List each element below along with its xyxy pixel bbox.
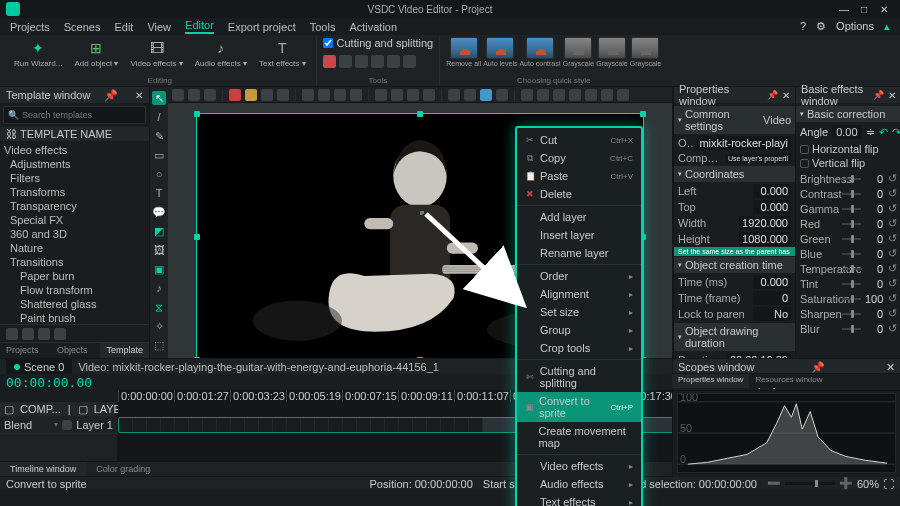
hflip-checkbox[interactable] — [800, 145, 809, 154]
menu-activation[interactable]: Activation — [349, 21, 397, 33]
fit-icon[interactable]: ⛶ — [883, 478, 894, 490]
style-remove-all[interactable] — [450, 37, 478, 59]
iconbar-button[interactable] — [601, 89, 613, 101]
tool-icon[interactable] — [403, 55, 416, 68]
minimize-button[interactable]: — — [834, 4, 854, 15]
menu-scenes[interactable]: Scenes — [64, 21, 101, 33]
prop-value[interactable]: Use layer's properti — [725, 154, 791, 163]
video-effects-button[interactable]: 🎞 Video effects ▾ — [127, 37, 187, 70]
pin-icon[interactable]: 📌 — [811, 361, 825, 374]
template-tree-item[interactable]: ▸Adjustments — [0, 157, 149, 171]
iconbar-button[interactable] — [277, 89, 289, 101]
fx-slider[interactable] — [842, 283, 861, 285]
template-tree-item[interactable]: ▸Special FX — [0, 213, 149, 227]
prop-value[interactable]: 0.000 — [753, 275, 791, 289]
ctx-video-effects[interactable]: Video effects▸ — [517, 457, 641, 475]
run-wizard-button[interactable]: ✦ Run Wizard... — [10, 37, 66, 70]
fx-value[interactable]: 0 — [865, 248, 883, 260]
tooltip-tool-icon[interactable]: 💬 — [152, 205, 166, 219]
fx-value[interactable]: 0 — [865, 308, 883, 320]
ellipse-tool-icon[interactable]: ○ — [152, 167, 166, 181]
fx-slider[interactable] — [842, 268, 861, 270]
rect-tool-icon[interactable]: ▭ — [152, 148, 166, 162]
tab-objects-explorer[interactable]: Objects ex... — [51, 343, 100, 358]
counter-tool-icon[interactable]: ⧖ — [152, 300, 166, 314]
reset-icon[interactable]: ↺ — [887, 247, 897, 260]
close-panel-icon[interactable]: ✕ — [782, 90, 790, 101]
menu-export-project[interactable]: Export project — [228, 21, 296, 33]
template-tree-item[interactable]: Paper burn — [0, 269, 149, 283]
text-effects-button[interactable]: T Text effects ▾ — [255, 37, 310, 70]
template-action-icon[interactable] — [38, 328, 50, 340]
rotate-ccw-icon[interactable]: ↶ — [879, 126, 888, 139]
fx-value[interactable]: 0 — [865, 188, 883, 200]
reset-icon[interactable]: ↺ — [887, 202, 897, 215]
menu-edit[interactable]: Edit — [114, 21, 133, 33]
fx-value[interactable]: 100 — [865, 293, 883, 305]
template-tree[interactable]: ▾Video effects▸Adjustments▸Filters▸Trans… — [0, 141, 149, 324]
close-button[interactable]: ✕ — [874, 4, 894, 15]
iconbar-button[interactable] — [245, 89, 257, 101]
section-creation-time[interactable]: ▾Object creation time — [674, 257, 795, 273]
fx-value[interactable]: 0 — [865, 278, 883, 290]
menu-options[interactable]: Options — [836, 20, 874, 33]
template-tree-item[interactable]: ▾Video effects — [0, 143, 149, 157]
iconbar-button[interactable] — [172, 89, 184, 101]
resize-handle[interactable] — [194, 234, 200, 240]
menu-projects[interactable]: Projects — [10, 21, 50, 33]
reset-icon[interactable]: ↺ — [887, 172, 897, 185]
iconbar-button[interactable] — [464, 89, 476, 101]
ctx-group[interactable]: Group▸ — [517, 321, 641, 339]
fx-slider[interactable] — [842, 328, 861, 330]
ctx-create-movement-map[interactable]: Create movement map — [517, 422, 641, 452]
section-drawing-duration[interactable]: ▾Object drawing duration — [674, 323, 795, 351]
sprite-tool-icon[interactable]: ⬚ — [152, 338, 166, 352]
iconbar-button[interactable] — [521, 89, 533, 101]
ctx-cutting[interactable]: ✄Cutting and splitting — [517, 362, 641, 392]
iconbar-button[interactable] — [407, 89, 419, 101]
ctx-add-layer[interactable]: Add layer — [517, 208, 641, 226]
ctx-audio-effects[interactable]: Audio effects▸ — [517, 475, 641, 493]
style-auto-contrast[interactable] — [526, 37, 554, 59]
style-grayscale[interactable] — [631, 37, 659, 59]
line-tool-icon[interactable]: / — [152, 110, 166, 124]
template-tree-item[interactable]: Flow transform — [0, 283, 149, 297]
ctx-order[interactable]: Order▸ — [517, 267, 641, 285]
ctx-convert-to-sprite[interactable]: ▣Convert to spriteCtrl+P — [517, 392, 641, 422]
iconbar-button[interactable] — [318, 89, 330, 101]
fx-slider[interactable] — [842, 178, 861, 180]
fx-slider[interactable] — [842, 298, 861, 300]
template-action-icon[interactable] — [54, 328, 66, 340]
tool-icon[interactable] — [339, 55, 352, 68]
reset-icon[interactable]: ↺ — [887, 307, 897, 320]
template-tree-item[interactable]: Paint brush — [0, 311, 149, 324]
cursor-tool-icon[interactable]: ↖ — [152, 91, 166, 105]
iconbar-button[interactable] — [188, 89, 200, 101]
chevron-up-icon[interactable]: ▴ — [884, 20, 890, 33]
template-tree-item[interactable]: ▸Transparency — [0, 199, 149, 213]
tool-icon[interactable] — [323, 55, 336, 68]
image-tool-icon[interactable]: 🖼 — [152, 243, 166, 257]
video-tool-icon[interactable]: ▣ — [152, 262, 166, 276]
iconbar-button[interactable] — [496, 89, 508, 101]
set-same-size-button[interactable]: Set the same size as the parent has — [674, 247, 795, 256]
iconbar-button[interactable] — [569, 89, 581, 101]
ctx-delete[interactable]: ✖Delete — [517, 185, 641, 203]
tab-template[interactable]: Template ... — [100, 343, 149, 358]
template-tree-item[interactable]: Shattered glass — [0, 297, 149, 311]
animation-tool-icon[interactable]: ✧ — [152, 319, 166, 333]
template-tree-item[interactable]: ▸360 and 3D — [0, 227, 149, 241]
ctx-cut[interactable]: ✂CutCtrl+X — [517, 131, 641, 149]
ctx-copy[interactable]: ⧉CopyCtrl+C — [517, 149, 641, 167]
style-grayscale[interactable] — [598, 37, 626, 59]
style-grayscale[interactable] — [564, 37, 592, 59]
fx-value[interactable]: 0 — [865, 323, 883, 335]
fx-slider[interactable] — [842, 238, 861, 240]
resize-handle[interactable] — [194, 111, 200, 117]
prop-value[interactable]: mixkit-rocker-playi — [696, 136, 791, 150]
tool-icon[interactable] — [371, 55, 384, 68]
resize-handle[interactable] — [640, 111, 646, 117]
pencil-tool-icon[interactable]: ✎ — [152, 129, 166, 143]
iconbar-button[interactable] — [553, 89, 565, 101]
reset-icon[interactable]: ↺ — [887, 322, 897, 335]
